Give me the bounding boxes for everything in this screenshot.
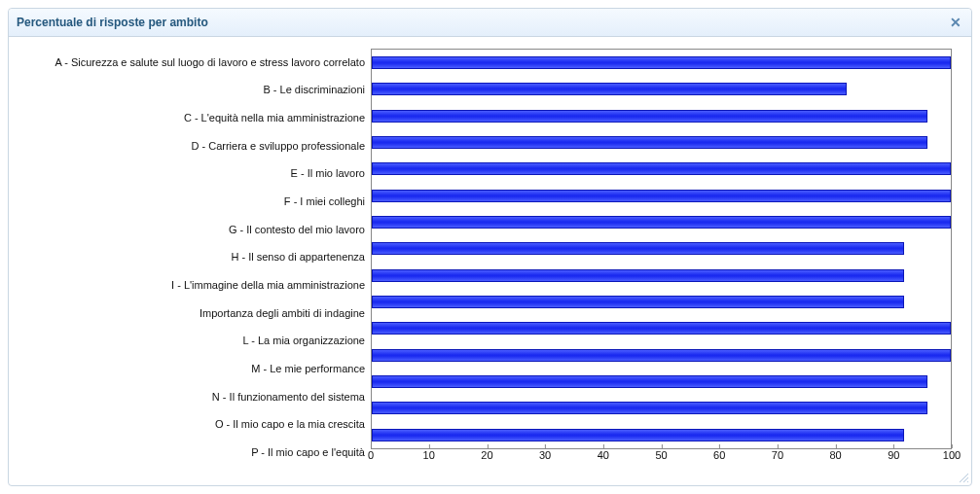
bar-slot (372, 375, 951, 388)
x-tick-label: 20 (481, 449, 492, 461)
x-tick-label: 80 (829, 449, 841, 461)
y-tick-label: I - L'immagine della mia amministrazione (17, 280, 365, 291)
svg-line-2 (967, 481, 968, 482)
y-tick-label: C - L'equità nella mia amministrazione (17, 113, 365, 124)
bar (372, 242, 904, 255)
x-tick-label: 100 (943, 449, 961, 461)
x-tick-label: 0 (368, 449, 374, 461)
y-axis-labels: A - Sicurezza e salute sul luogo di lavo… (17, 49, 371, 467)
bar (372, 190, 951, 202)
y-tick-label: M - Le mie performance (17, 364, 365, 374)
bar-slot (372, 269, 951, 282)
bar (372, 110, 927, 123)
bar-slot (372, 322, 951, 335)
x-tick-label: 10 (423, 449, 435, 461)
bar-slot (372, 83, 951, 95)
bar (372, 375, 927, 388)
y-tick-label: F - I miei colleghi (17, 196, 365, 207)
chart-container: A - Sicurezza e salute sul luogo di lavo… (9, 37, 971, 486)
bar (372, 296, 904, 308)
bar-slot (372, 402, 951, 414)
x-tick-label: 90 (888, 449, 899, 461)
bar (372, 83, 847, 95)
y-tick-label: H - Il senso di appartenenza (17, 252, 365, 263)
panel-title: Percentuale di risposte per ambito (17, 16, 208, 29)
panel-header: Percentuale di risposte per ambito ✕ (9, 9, 971, 37)
bar (372, 402, 927, 414)
x-tick-label: 30 (539, 449, 551, 461)
bar-slot (372, 190, 951, 202)
bar-slot (372, 162, 951, 175)
chart: A - Sicurezza e salute sul luogo di lavo… (17, 49, 952, 467)
x-tick-label: 60 (713, 449, 725, 461)
y-tick-label: L - La mia organizzazione (17, 335, 365, 346)
y-tick-label: E - Il mio lavoro (17, 168, 365, 179)
y-tick-label: N - Il funzionamento del sistema (17, 392, 365, 403)
x-tick-label: 70 (772, 449, 783, 461)
bar-slot (372, 56, 951, 69)
bar-slot (372, 216, 951, 229)
bar (372, 322, 951, 335)
y-tick-label: O - Il mio capo e la mia crescita (17, 419, 365, 430)
bar (372, 136, 927, 149)
plot-area (371, 49, 952, 449)
chart-panel: Percentuale di risposte per ambito ✕ A -… (8, 8, 972, 486)
resize-handle-icon[interactable] (958, 472, 969, 483)
bar-slot (372, 110, 951, 123)
bar (372, 56, 951, 69)
y-tick-label: G - Il contesto del mio lavoro (17, 225, 365, 235)
close-icon[interactable]: ✕ (948, 15, 963, 30)
bar (372, 349, 951, 362)
bar (372, 429, 904, 441)
bar (372, 162, 951, 175)
bar-slot (372, 296, 951, 308)
x-tick-label: 40 (598, 449, 609, 461)
bar-slot (372, 349, 951, 362)
bars-layer (372, 50, 951, 448)
bar-slot (372, 242, 951, 255)
y-tick-label: A - Sicurezza e salute sul luogo di lavo… (17, 57, 365, 68)
bar (372, 216, 951, 229)
y-tick-label: P - Il mio capo e l'equità (17, 447, 365, 458)
y-tick-label: B - Le discriminazioni (17, 85, 365, 95)
bar-slot (372, 136, 951, 149)
plot-column: 0102030405060708090100 (371, 49, 952, 467)
x-axis-ticks: 0102030405060708090100 (371, 449, 952, 467)
y-tick-label: D - Carriera e sviluppo professionale (17, 141, 365, 152)
svg-line-0 (960, 474, 968, 482)
bar-slot (372, 429, 951, 441)
bar (372, 269, 904, 282)
x-tick-label: 50 (655, 449, 667, 461)
y-tick-label: Importanza degli ambiti di indagine (17, 308, 365, 319)
